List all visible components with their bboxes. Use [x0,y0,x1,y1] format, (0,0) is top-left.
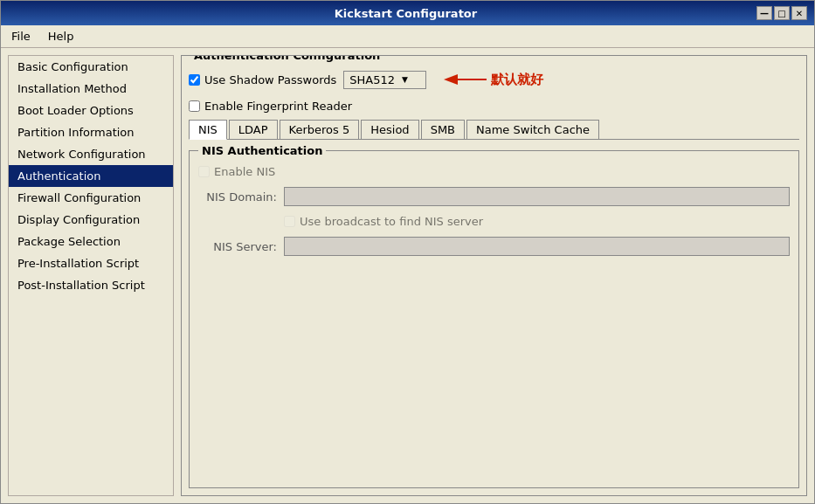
enable-nis-row: Enable NIS [198,165,790,178]
tab-name-switch-cache[interactable]: Name Switch Cache [466,120,599,139]
annotation-text: 默认就好 [491,72,543,88]
enable-nis-checkbox[interactable] [198,166,210,177]
fingerprint-row: Enable Fingerprint Reader [189,100,799,113]
sidebar: Basic Configuration Installation Method … [8,55,174,496]
enable-fingerprint-label[interactable]: Enable Fingerprint Reader [189,100,352,113]
enable-nis-label[interactable]: Enable NIS [198,165,275,178]
menubar: File Help [1,25,814,48]
sidebar-item-partition-information[interactable]: Partition Information [9,121,173,143]
nis-server-row: NIS Server: [198,237,790,256]
sha512-dropdown[interactable]: SHA512 [343,71,426,89]
minimize-button[interactable]: — [756,6,772,20]
window-controls: — □ ✕ [756,6,807,20]
nis-group-title: NIS Authentication [198,144,326,157]
nis-authentication-group: NIS Authentication Enable NIS [189,150,799,488]
enable-fingerprint-checkbox[interactable] [189,100,200,112]
annotation-container: 默认就好 [439,66,543,93]
menu-file[interactable]: File [4,28,38,45]
tab-ldap[interactable]: LDAP [229,120,278,139]
sidebar-item-authentication[interactable]: Authentication [9,165,173,187]
sidebar-item-display-configuration[interactable]: Display Configuration [9,209,173,231]
tab-smb[interactable]: SMB [421,120,465,139]
use-shadow-passwords-label[interactable]: Use Shadow Passwords [189,73,336,86]
sha512-value: SHA512 [349,73,395,86]
nis-domain-input[interactable] [284,187,790,206]
maximize-button[interactable]: □ [774,6,790,20]
content-area: Basic Configuration Installation Method … [1,48,814,503]
use-shadow-passwords-checkbox[interactable] [189,74,200,86]
shadow-passwords-row: Use Shadow Passwords SHA512 [189,66,799,93]
use-broadcast-text: Use broadcast to find NIS server [300,215,483,228]
sidebar-item-firewall-configuration[interactable]: Firewall Configuration [9,187,173,209]
close-button[interactable]: ✕ [791,6,807,20]
nis-content: Enable NIS NIS Domain: [198,165,790,256]
sidebar-item-pre-installation-script[interactable]: Pre-Installation Script [9,252,173,274]
use-shadow-passwords-text: Use Shadow Passwords [204,73,336,86]
sidebar-item-network-configuration[interactable]: Network Configuration [9,143,173,165]
nis-server-label: NIS Server: [198,240,277,253]
window-title: Kickstart Configurator [55,7,756,20]
authentication-configuration-group: Authentication Configuration Use Shadow … [181,55,807,496]
tabs-container: NIS LDAP Kerberos 5 Hesiod SMB Name Swit… [189,120,799,140]
main-panel: Authentication Configuration Use Shadow … [181,55,807,496]
main-window: Kickstart Configurator — □ ✕ File Help B… [0,0,815,504]
sidebar-item-boot-loader-options[interactable]: Boot Loader Options [9,100,173,121]
tab-hesiod[interactable]: Hesiod [361,120,418,139]
sidebar-item-post-installation-script[interactable]: Post-Installation Script [9,274,173,296]
menu-help[interactable]: Help [41,28,81,45]
tab-kerberos5[interactable]: Kerberos 5 [280,120,360,139]
nis-domain-row: NIS Domain: [198,187,790,206]
sidebar-item-basic-configuration[interactable]: Basic Configuration [9,56,173,78]
tab-nis[interactable]: NIS [189,120,227,140]
use-broadcast-row: Use broadcast to find NIS server [198,215,790,228]
sidebar-item-package-selection[interactable]: Package Selection [9,231,173,252]
nis-server-input[interactable] [284,237,790,256]
title-bar: Kickstart Configurator — □ ✕ [1,1,814,25]
panel-group-title: Authentication Configuration [190,55,383,62]
enable-fingerprint-text: Enable Fingerprint Reader [204,100,352,113]
panel-group-content: Use Shadow Passwords SHA512 [189,66,799,488]
annotation-arrow-svg [439,66,491,93]
nis-domain-label: NIS Domain: [198,190,277,204]
sidebar-item-installation-method[interactable]: Installation Method [9,78,173,100]
use-broadcast-label[interactable]: Use broadcast to find NIS server [284,215,483,228]
enable-nis-text: Enable NIS [214,165,275,178]
use-broadcast-checkbox[interactable] [284,216,295,227]
